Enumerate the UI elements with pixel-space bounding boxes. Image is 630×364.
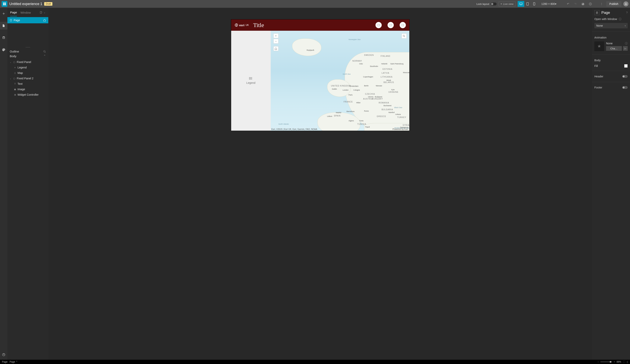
image-icon: ▣ bbox=[14, 88, 16, 91]
user-avatar-icon[interactable] bbox=[624, 1, 628, 6]
left-panel: Page Window ⌄ Page Outline bbox=[8, 8, 48, 360]
footer-toggle-row: Footer bbox=[594, 85, 628, 90]
map-search-button[interactable] bbox=[402, 33, 407, 38]
header-widget-button-1[interactable] bbox=[376, 22, 382, 28]
right-panel-title: Page bbox=[601, 10, 610, 15]
undo-icon[interactable]: ↶ bbox=[565, 1, 571, 6]
lock-layout-label: Lock layout bbox=[476, 2, 489, 5]
open-with-window-select[interactable]: None▾ bbox=[594, 23, 628, 28]
footer-label: Footer bbox=[594, 86, 602, 89]
zoom-in-icon[interactable]: + bbox=[614, 361, 615, 363]
footer-toggle[interactable] bbox=[622, 86, 628, 89]
more-options-icon[interactable]: ⋮ bbox=[599, 1, 604, 6]
pages-icon[interactable] bbox=[0, 22, 8, 29]
brand-logo: esri UK bbox=[235, 23, 249, 27]
zoom-slider[interactable] bbox=[600, 362, 612, 362]
fill-color-swatch[interactable] bbox=[624, 64, 628, 68]
legend-panel[interactable]: Legend bbox=[231, 31, 271, 131]
zoom-in-button[interactable]: + bbox=[274, 33, 278, 38]
panel-help-icon[interactable]: ? bbox=[626, 11, 628, 14]
legend-list-icon bbox=[249, 77, 252, 80]
zoom-percent[interactable]: 88% bbox=[616, 361, 621, 363]
page-list-item[interactable]: Page bbox=[8, 17, 48, 23]
outline-search-icon[interactable] bbox=[43, 50, 46, 53]
page-item-icon bbox=[10, 19, 12, 21]
experience-title[interactable]: Untitled experience 1 bbox=[9, 2, 42, 6]
insert-widget-icon[interactable] bbox=[0, 10, 8, 17]
body-header[interactable]: Body ⌃ bbox=[8, 53, 48, 59]
zoom-out-icon[interactable]: − bbox=[598, 361, 599, 363]
caret-icon[interactable]: ⌄ bbox=[10, 61, 12, 63]
tree-widget-controller[interactable]: ⊞ Widget Controller bbox=[8, 92, 47, 97]
caret-icon[interactable]: ⌄ bbox=[10, 77, 12, 80]
right-panel-header: Page ? bbox=[594, 10, 628, 15]
canvas-dimensions[interactable]: 1280 × 800▾ bbox=[542, 2, 556, 5]
tree-image[interactable]: ▣ Image bbox=[8, 87, 47, 92]
info-icon[interactable]: i bbox=[625, 42, 628, 45]
body-collapse-icon[interactable]: ⌃ bbox=[44, 54, 46, 58]
tree-fixed-panel-2[interactable]: ⌄ ▢ Fixed Panel 2 bbox=[8, 76, 47, 81]
live-dot-icon bbox=[501, 3, 502, 4]
svg-rect-9 bbox=[10, 19, 12, 21]
app-title-text[interactable]: Title bbox=[253, 22, 264, 28]
phone-device-button[interactable] bbox=[531, 1, 538, 7]
canvas-page[interactable]: esri UK Title Legend bbox=[231, 19, 409, 131]
header-toggle[interactable] bbox=[622, 75, 628, 78]
body-label: Body bbox=[10, 54, 16, 58]
desktop-device-button[interactable] bbox=[518, 1, 524, 7]
outline-tree: ⌄ ▢ Fixed Panel ≡ Legend ▯ Map ⌄ ▢ Fixed… bbox=[8, 59, 48, 97]
header-widget-button-2[interactable] bbox=[388, 22, 394, 28]
open-with-window-row: Open with Window i bbox=[594, 17, 628, 21]
tree-text[interactable]: T Text bbox=[8, 81, 47, 87]
help-icon[interactable] bbox=[0, 351, 8, 359]
map-widget[interactable]: + − Reykjavík Norwegian Sea North Sea bbox=[271, 31, 409, 131]
svg-point-10 bbox=[44, 50, 45, 52]
legend-label: Legend bbox=[246, 81, 256, 84]
home-extent-button[interactable] bbox=[274, 46, 278, 51]
page-settings-icon bbox=[594, 10, 600, 15]
legend-icon: ≡ bbox=[14, 66, 16, 69]
play-animation-button[interactable]: ▷ bbox=[623, 46, 628, 51]
panel-icon: ▢ bbox=[13, 77, 16, 80]
tree-legend[interactable]: ≡ Legend bbox=[8, 65, 47, 70]
add-page-icon[interactable] bbox=[40, 11, 42, 14]
animation-thumbnail[interactable]: ★ bbox=[594, 41, 604, 51]
svg-point-5 bbox=[625, 3, 626, 4]
header-label: Header bbox=[594, 75, 603, 78]
svg-point-16 bbox=[249, 78, 250, 79]
data-icon[interactable] bbox=[0, 34, 8, 42]
fill-label: Fill bbox=[594, 64, 598, 67]
tree-map[interactable]: ▯ Map bbox=[8, 70, 47, 76]
change-animation-button[interactable]: Cha… bbox=[606, 46, 622, 51]
canvas-viewport[interactable]: esri UK Title Legend bbox=[48, 8, 592, 360]
tree-fixed-panel[interactable]: ⌄ ▢ Fixed Panel bbox=[8, 59, 47, 65]
theme-icon[interactable] bbox=[0, 46, 8, 54]
fit-screen-icon[interactable]: ⛶ bbox=[623, 361, 625, 363]
tab-page[interactable]: Page bbox=[10, 9, 17, 16]
page-dropdown-icon[interactable]: ⌄ bbox=[44, 11, 46, 14]
lock-layout-control[interactable]: Lock layout bbox=[476, 2, 496, 5]
fill-row: Fill bbox=[594, 64, 628, 68]
publish-button[interactable]: Publish bbox=[606, 1, 622, 6]
device-view-icon[interactable]: ▯ bbox=[627, 361, 628, 363]
save-icon[interactable] bbox=[580, 1, 586, 6]
app-header[interactable]: esri UK Title bbox=[231, 19, 409, 31]
preview-icon[interactable] bbox=[588, 1, 593, 6]
tab-window[interactable]: Window bbox=[20, 9, 31, 16]
info-icon[interactable]: i bbox=[619, 18, 622, 20]
svg-rect-3 bbox=[534, 2, 535, 5]
outline-label: Outline bbox=[10, 50, 19, 53]
left-rail bbox=[0, 8, 8, 360]
tablet-device-button[interactable] bbox=[524, 1, 531, 7]
zoom-out-button[interactable]: − bbox=[274, 39, 278, 43]
app-logo-icon[interactable] bbox=[2, 1, 8, 7]
live-view-label: Live view bbox=[503, 2, 513, 5]
left-panel-tabs: Page Window ⌄ bbox=[8, 8, 48, 17]
header-widget-button-3[interactable] bbox=[400, 22, 406, 28]
live-view-button[interactable]: Live view bbox=[498, 1, 516, 6]
home-page-icon[interactable] bbox=[43, 19, 46, 21]
svg-rect-8 bbox=[40, 11, 42, 13]
page-indicator-value[interactable]: Page ⌃ bbox=[10, 361, 18, 363]
redo-icon[interactable]: ↷ bbox=[573, 1, 578, 6]
lock-layout-switch[interactable] bbox=[491, 2, 496, 5]
